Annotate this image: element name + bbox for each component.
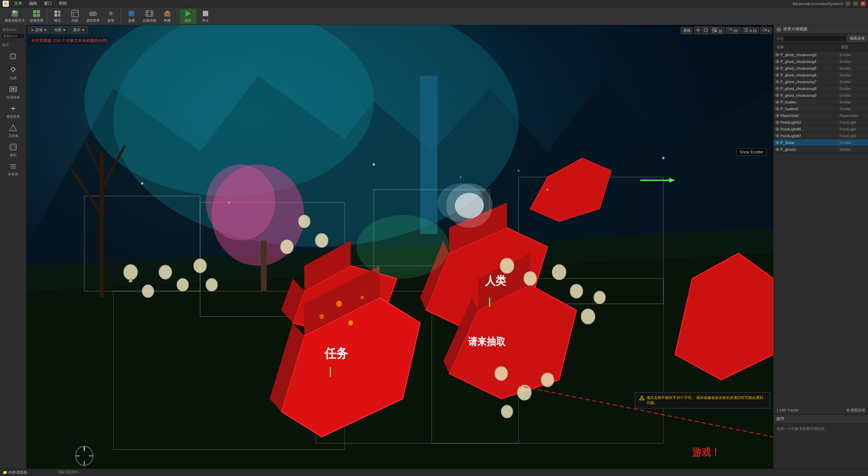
svg-point-84 — [206, 164, 275, 240]
outliner-item-name: P_ghost_chuansong4 — [780, 60, 840, 64]
content-browser-tab[interactable]: 📁 内容浏览器 — [3, 470, 27, 475]
outliner-row[interactable]: P_ghost_chuansong6 Emitter — [774, 72, 868, 78]
list-icon — [8, 162, 18, 171]
svg-marker-34 — [186, 10, 191, 17]
perspective-btn[interactable]: 透视 — [681, 27, 693, 34]
right-panel: 世界大纲视图 视图选项 名称 类型 P_ghost_chuansong3 Emi… — [773, 25, 868, 469]
svg-point-182 — [777, 128, 778, 130]
visibility-icon[interactable] — [775, 120, 780, 125]
svg-rect-8 — [37, 14, 40, 17]
outliner-row[interactable]: P_huafen2 Emitter — [774, 105, 868, 112]
save-current-level-button[interactable]: 保存当前关卡 — [3, 9, 27, 24]
mode-label: 模式 — [54, 18, 61, 23]
scale-snap-btn[interactable]: 0.25 — [742, 27, 759, 34]
vp-lit-label: 光照 — [54, 27, 62, 32]
search-actor-input[interactable] — [1, 33, 25, 39]
toolbar-group-play: 运行 停止 — [178, 7, 215, 25]
outliner-row[interactable]: P_ghost_chuansong5 Emitter — [774, 65, 868, 72]
sidebar-item-basic[interactable] — [0, 50, 26, 63]
outliner-row[interactable]: PointLight87 PointLight — [774, 133, 868, 139]
view-options-btn[interactable]: 视图选项 — [847, 35, 867, 42]
outliner-row[interactable]: P_ghost_chuansong9 Emitter — [774, 92, 868, 99]
visibility-icon[interactable] — [775, 113, 780, 118]
camera-rotate-btn[interactable] — [702, 26, 709, 34]
visibility-icon[interactable] — [775, 93, 780, 98]
scale-icon — [744, 28, 748, 32]
visibility-icon[interactable] — [775, 147, 780, 152]
minimize-button[interactable]: ─ — [846, 1, 850, 6]
rotation-snap-btn[interactable]: 10° — [726, 27, 741, 34]
sidebar-vfx-label: 视觉效果 — [6, 114, 20, 119]
visibility-icon[interactable] — [775, 66, 780, 71]
menu-window[interactable]: 窗口 — [43, 0, 53, 7]
visibility-icon[interactable] — [775, 106, 780, 111]
blueprint-button[interactable]: 蓝图 — [123, 9, 140, 24]
svg-point-168 — [777, 81, 778, 82]
menu-file[interactable]: 文件 — [13, 0, 24, 7]
vp-select-label: 选项 — [35, 27, 43, 32]
menu-edit[interactable]: 编辑 — [28, 0, 39, 7]
sidebar-item-all-classes[interactable]: 所有类 — [0, 160, 26, 179]
film-strip-icon — [8, 85, 18, 94]
outliner-row[interactable]: P_Snow Emitter — [774, 139, 868, 146]
settings-button[interactable]: 设置 — [102, 9, 119, 24]
outliner-item-type: Emitter — [840, 80, 867, 84]
outliner-row[interactable]: P_ghost1 Emitter — [774, 146, 868, 153]
viewport-options-btn[interactable]: 选项 — [28, 26, 50, 33]
svg-point-20 — [109, 11, 113, 16]
svg-point-174 — [777, 101, 778, 103]
viewport-lit-btn[interactable]: 光照 — [51, 26, 69, 33]
build-button[interactable]: 构建 — [159, 9, 176, 24]
sidebar-item-visual-fx[interactable]: 视觉效果 — [0, 102, 26, 121]
visibility-icon[interactable] — [775, 140, 780, 145]
content-manager-button[interactable]: 游戏管理 — [28, 9, 45, 24]
outliner-row[interactable]: P_ghost_chuansong3 Emitter — [774, 51, 868, 58]
outliner-row[interactable]: PointLight52 PointLight — [774, 119, 868, 126]
outliner-row[interactable]: PlayerStart PlayerStart — [774, 112, 868, 119]
visibility-icon[interactable] — [775, 134, 780, 138]
svg-marker-140 — [32, 29, 33, 31]
visibility-icon[interactable] — [775, 52, 780, 57]
scene-anim-button[interactable]: 过场动画 — [141, 9, 158, 24]
virtual-world-button[interactable]: 虚拟世界 — [84, 9, 102, 24]
visibility-icon[interactable] — [775, 127, 780, 132]
outliner-row[interactable]: PointLight86 PointLight — [774, 126, 868, 133]
visibility-icon[interactable] — [775, 79, 780, 84]
sidebar-item-cinematic[interactable]: 过场动画 — [0, 82, 26, 102]
svg-point-162 — [777, 61, 778, 62]
camera-speed-btn[interactable]: 4 — [760, 27, 772, 34]
outliner-row[interactable]: P_ghost_chuansong7 Emitter — [774, 78, 868, 85]
outliner-view-options[interactable]: ⊞ 视图选项 — [846, 408, 865, 413]
outliner-search-input[interactable] — [775, 35, 846, 42]
sidebar-item-volume[interactable]: 体积 — [0, 140, 26, 160]
outliner-row[interactable]: P_ghost_chuansong4 Emitter — [774, 58, 868, 65]
svg-point-102 — [524, 271, 537, 285]
svg-point-122 — [348, 320, 353, 325]
stop-button[interactable]: 停止 — [197, 9, 214, 24]
visibility-icon[interactable] — [775, 59, 780, 64]
outliner-item-name: P_huafen2 — [780, 107, 840, 111]
sidebar-cinematic-label: 过场动画 — [6, 95, 20, 100]
outliner-row[interactable]: P_huafen Emitter — [774, 99, 868, 105]
svg-rect-47 — [11, 90, 12, 91]
visibility-icon[interactable] — [775, 100, 780, 104]
mode-button[interactable]: 模式 — [49, 9, 66, 24]
outliner-row[interactable]: P_ghost_chuansong8 Emitter — [774, 85, 868, 92]
sparkle-icon — [8, 104, 18, 113]
grid-snap-btn[interactable]: 10 — [710, 27, 724, 34]
restore-button[interactable]: ▭ — [853, 1, 858, 6]
svg-rect-58 — [420, 76, 437, 234]
menu-help[interactable]: 帮助 — [57, 0, 68, 7]
viewport-show-btn[interactable]: 显示 — [70, 26, 88, 33]
svg-rect-4 — [12, 14, 18, 17]
rotation-value: 10° — [733, 29, 739, 33]
camera-move-btn[interactable] — [694, 26, 701, 34]
content-button[interactable]: 内容 — [67, 9, 83, 24]
close-button[interactable]: ✕ — [861, 1, 865, 6]
sidebar-item-lights[interactable]: 光源 — [0, 63, 26, 82]
sidebar-item-geometry[interactable]: 几何体 — [0, 121, 26, 140]
visibility-icon[interactable] — [775, 73, 780, 77]
svg-point-114 — [228, 201, 230, 204]
play-button[interactable]: 运行 — [179, 9, 196, 24]
visibility-icon[interactable] — [775, 86, 780, 91]
